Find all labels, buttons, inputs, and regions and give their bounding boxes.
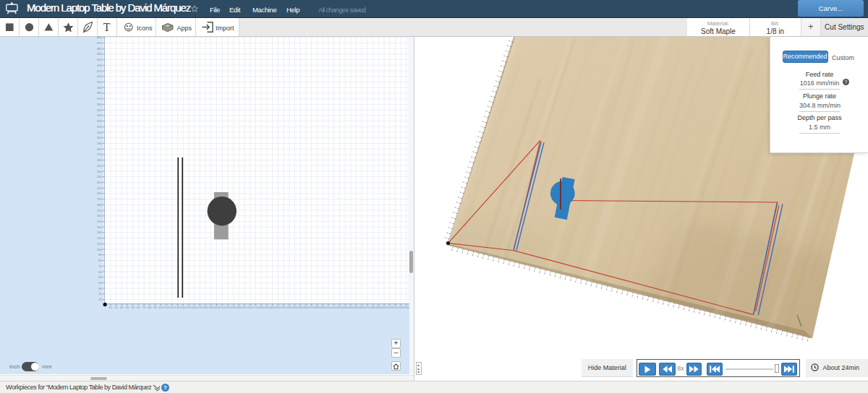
svg-text:110: 110 [97, 242, 103, 246]
svg-text:220: 220 [225, 306, 231, 309]
svg-text:240: 240 [97, 170, 103, 173]
svg-text:370: 370 [97, 97, 103, 100]
svg-text:210: 210 [97, 186, 103, 190]
svg-text:200: 200 [97, 191, 103, 195]
svg-text:170: 170 [97, 209, 103, 212]
svg-text:350: 350 [97, 108, 103, 112]
svg-text:30: 30 [120, 306, 124, 309]
svg-text:160: 160 [97, 214, 103, 217]
svg-text:390: 390 [97, 86, 103, 90]
svg-text:320: 320 [281, 306, 286, 309]
svg-text:100: 100 [158, 306, 164, 309]
svg-text:450: 450 [354, 306, 359, 309]
svg-text:60: 60 [98, 270, 102, 274]
svg-text:250: 250 [242, 306, 247, 309]
svg-text:400: 400 [97, 80, 103, 84]
svg-text:460: 460 [359, 306, 365, 309]
svg-text:70: 70 [98, 264, 102, 268]
svg-text:370: 370 [309, 306, 315, 309]
svg-text:480: 480 [97, 35, 103, 39]
svg-text:240: 240 [237, 306, 242, 309]
svg-text:410: 410 [331, 306, 337, 309]
svg-text:10: 10 [109, 306, 112, 309]
svg-text:120: 120 [169, 306, 175, 309]
svg-text:90: 90 [98, 253, 102, 256]
svg-text:100: 100 [97, 248, 103, 251]
svg-text:440: 440 [97, 58, 103, 61]
svg-text:20: 20 [114, 306, 118, 309]
svg-text:380: 380 [315, 306, 320, 309]
svg-text:180: 180 [97, 203, 103, 207]
svg-text:380: 380 [97, 91, 103, 95]
svg-text:30: 30 [98, 287, 102, 290]
svg-text:330: 330 [286, 306, 292, 309]
svg-text:80: 80 [148, 306, 151, 309]
svg-text:360: 360 [97, 103, 103, 106]
svg-text:340: 340 [97, 113, 103, 117]
svg-text:130: 130 [175, 306, 181, 309]
svg-text:430: 430 [97, 64, 103, 67]
svg-text:510: 510 [387, 306, 393, 309]
svg-text:140: 140 [97, 225, 103, 229]
svg-text:70: 70 [142, 306, 146, 309]
svg-text:180: 180 [203, 306, 208, 309]
svg-text:530: 530 [399, 306, 404, 309]
svg-text:340: 340 [292, 306, 298, 309]
svg-text:120: 120 [97, 236, 103, 240]
svg-text:400: 400 [326, 306, 331, 309]
svg-text:330: 330 [97, 119, 103, 123]
svg-text:420: 420 [337, 306, 343, 309]
svg-text:320: 320 [97, 125, 103, 129]
svg-text:270: 270 [253, 306, 259, 309]
svg-text:280: 280 [97, 147, 103, 151]
svg-text:430: 430 [342, 306, 348, 309]
svg-text:40: 40 [98, 281, 102, 285]
svg-text:310: 310 [97, 131, 103, 134]
svg-text:450: 450 [97, 52, 103, 56]
svg-text:170: 170 [197, 306, 203, 309]
svg-text:60: 60 [137, 306, 140, 309]
svg-text:260: 260 [97, 158, 103, 162]
svg-text:490: 490 [376, 306, 382, 309]
svg-text:230: 230 [97, 175, 103, 178]
svg-text:80: 80 [98, 259, 102, 262]
svg-text:360: 360 [303, 306, 309, 309]
svg-text:410: 410 [97, 74, 103, 78]
svg-text:260: 260 [247, 306, 253, 309]
svg-text:500: 500 [381, 306, 387, 309]
svg-text:460: 460 [97, 47, 103, 51]
svg-text:300: 300 [270, 306, 276, 309]
svg-text:420: 420 [97, 69, 103, 73]
svg-text:270: 270 [97, 152, 103, 156]
svg-text:390: 390 [320, 306, 326, 309]
svg-text:150: 150 [97, 220, 103, 223]
svg-text:220: 220 [97, 181, 103, 184]
svg-text:290: 290 [97, 142, 103, 145]
svg-text:140: 140 [181, 306, 187, 309]
svg-text:50: 50 [98, 275, 102, 279]
svg-text:350: 350 [298, 306, 304, 309]
svg-text:200: 200 [214, 306, 220, 309]
svg-text:190: 190 [208, 306, 214, 309]
svg-text:520: 520 [393, 306, 399, 309]
svg-text:160: 160 [192, 306, 197, 309]
svg-text:90: 90 [153, 306, 157, 309]
svg-text:440: 440 [348, 306, 354, 309]
svg-text:210: 210 [220, 306, 226, 309]
svg-text:20: 20 [98, 292, 102, 295]
svg-text:190: 190 [97, 197, 103, 201]
svg-text:10: 10 [98, 298, 102, 301]
svg-text:290: 290 [264, 306, 270, 309]
svg-text:110: 110 [164, 306, 170, 309]
svg-text:250: 250 [97, 164, 103, 168]
svg-text:50: 50 [131, 306, 135, 309]
svg-text:470: 470 [97, 41, 103, 45]
svg-text:300: 300 [97, 136, 103, 139]
svg-text:480: 480 [370, 306, 376, 309]
svg-text:310: 310 [276, 306, 281, 309]
svg-text:280: 280 [259, 306, 265, 309]
svg-text:470: 470 [365, 306, 370, 309]
svg-text:40: 40 [126, 306, 129, 309]
svg-text:130: 130 [97, 230, 103, 234]
svg-text:150: 150 [186, 306, 192, 309]
